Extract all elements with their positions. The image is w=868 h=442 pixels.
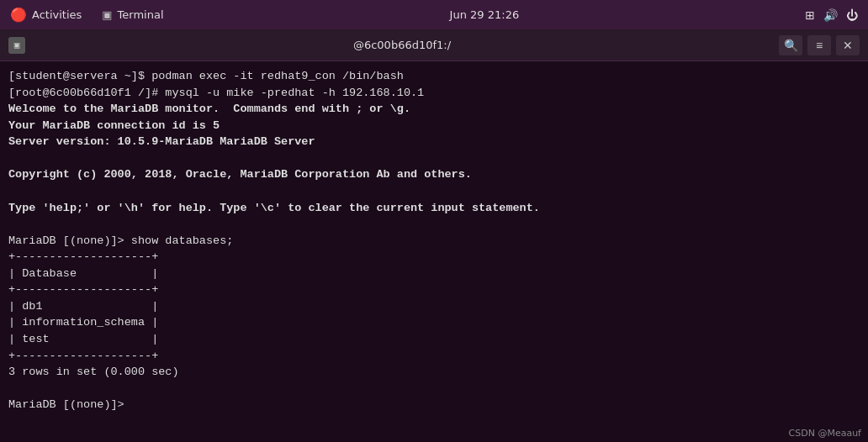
volume-icon[interactable]: 🔊 [823,8,838,22]
system-bar-left: 🔴 Activities ▣ Terminal [10,7,164,23]
bottom-bar-text: CSDN @Meaauf [782,425,868,442]
activities-icon: 🔴 [10,7,27,23]
titlebar-actions: 🔍 ≡ ✕ [779,35,860,55]
win-grid-icon[interactable]: ⊞ [805,8,815,22]
power-icon[interactable]: ⏻ [846,8,858,22]
terminal-tab-icon: ▣ [8,37,25,54]
system-bar: 🔴 Activities ▣ Terminal Jun 29 21:26 ⊞ 🔊… [0,0,868,29]
system-bar-datetime: Jun 29 21:26 [450,8,520,21]
terminal-tab-label: @6c00b66d10f1:/ [32,39,772,51]
terminal-content[interactable]: [student@servera ~]$ podman exec -it red… [0,61,868,442]
system-bar-right: ⊞ 🔊 ⏻ [805,8,858,22]
search-button[interactable]: 🔍 [779,35,802,55]
terminal-icon: ▣ [102,8,112,21]
terminal-label[interactable]: Terminal [118,8,164,21]
activities-label[interactable]: Activities [32,8,82,21]
menu-button[interactable]: ≡ [807,35,831,55]
terminal-window: ▣ @6c00b66d10f1:/ 🔍 ≡ ✕ [student@servera… [0,29,868,442]
close-button[interactable]: ✕ [836,35,860,55]
terminal-titlebar: ▣ @6c00b66d10f1:/ 🔍 ≡ ✕ [0,29,868,61]
terminal-output: [student@servera ~]$ podman exec -it red… [8,68,860,413]
